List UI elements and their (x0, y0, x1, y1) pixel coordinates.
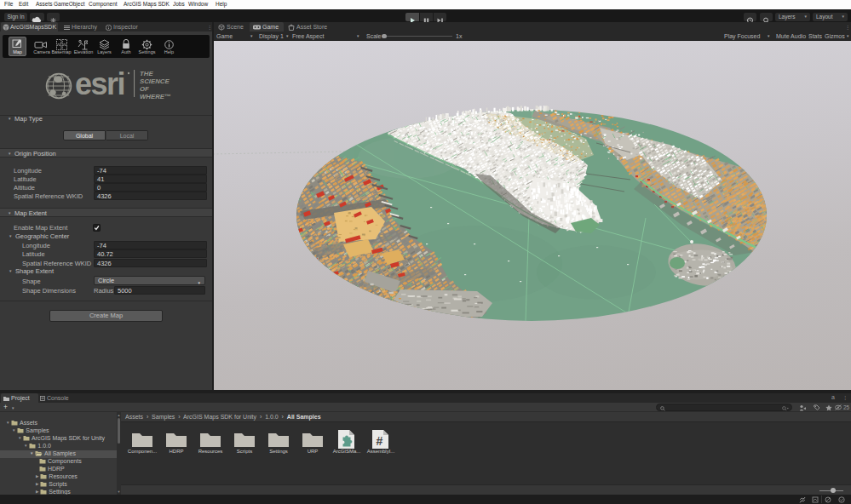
svg-text:SCIENCE: SCIENCE (140, 77, 170, 85)
svg-text:WHERE™: WHERE™ (140, 93, 171, 100)
svg-text:esri: esri (75, 66, 124, 101)
svg-text:THE: THE (140, 70, 153, 77)
svg-text:OF: OF (140, 85, 149, 93)
svg-text:#: # (377, 434, 383, 448)
